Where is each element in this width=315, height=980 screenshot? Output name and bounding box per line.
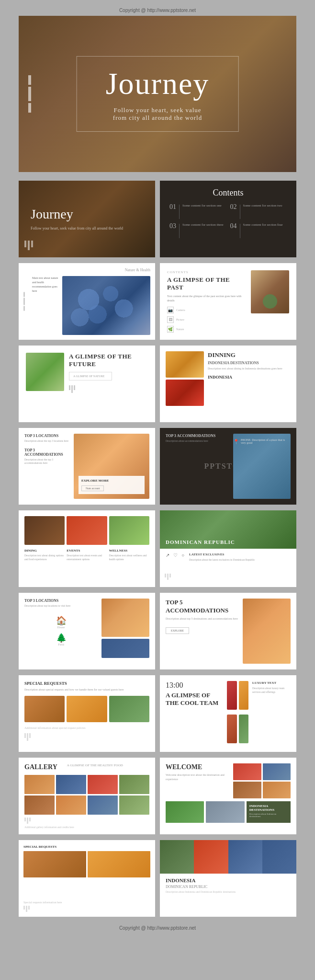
dom-right: LATEST EXCLUSIVES Description about the … <box>189 553 291 583</box>
din-right: DINNING INDONESIA DESTINATIONS Descripti… <box>208 351 291 416</box>
indonesia-slide: INDONESIA DOMINICAN REPUBLIC Description… <box>160 840 296 917</box>
welcome-title: WELCOME <box>166 763 229 771</box>
sp-small-image-2 <box>88 851 150 877</box>
t3-btn[interactable]: Num account <box>81 485 104 491</box>
dom-exclusive: LATEST EXCLUSIVES <box>189 553 291 556</box>
dom-image: DOMINICAN REPUBLIC <box>160 510 296 549</box>
ct-image-3 <box>227 715 237 743</box>
din-title: DINNING <box>208 351 291 359</box>
t5-right <box>243 599 291 664</box>
nature-image <box>62 276 150 335</box>
sp-small-deco-bar-3 <box>28 906 30 910</box>
house-icon: 🏠 <box>24 615 98 626</box>
contents-num-3: 03 <box>169 223 176 230</box>
slides-row-7: SPECIAL REQUESTS Description about speci… <box>0 675 315 752</box>
dew-events-title: EVENTS <box>67 549 107 553</box>
t3v2-image2 <box>101 639 149 658</box>
ct-image-4 <box>239 715 249 743</box>
nature-deco <box>23 292 25 311</box>
indo-image-2 <box>194 840 228 874</box>
gp-tag: Contents <box>167 270 246 274</box>
pin-text: PHONE: Description of a place that is ve… <box>241 438 286 444</box>
t3-text2: Description about the top 3 accommodatio… <box>24 458 70 465</box>
slides-row-3: A GLIMPSE OF THE FUTURE A GLIMPSE OF NAT… <box>0 346 315 422</box>
contents-divider-1 <box>179 205 180 219</box>
gf-box: A GLIMPSE OF NATURE <box>69 372 112 380</box>
share-icon: ↗ <box>166 553 169 558</box>
welcome-box-title: INDONESIA DESTINATIONS <box>249 804 288 812</box>
top3-slide: TOP 3 LOCATIONS Description about the to… <box>19 428 155 505</box>
cool-team-slide: 13:00 A GLIMPSE OF THE COOL TEAM LUXURY … <box>160 675 296 752</box>
contents-text-1: Some content for section one <box>182 204 222 208</box>
special-image-3 <box>109 696 149 722</box>
sp-small-deco <box>23 906 150 912</box>
sp-small-slide: SPECIAL REQUESTS Special requests inform… <box>19 840 155 917</box>
dominican-slide: DOMINICAN REPUBLIC ↗ ♡ ○ LATEST EXCLUSIV… <box>160 510 296 587</box>
tree-icon: 🌲 <box>24 633 98 643</box>
t3d-right: 📍 PHONE: Description of a place that is … <box>233 434 291 499</box>
t5-sub: Description about top 5 destinations and… <box>166 617 239 621</box>
welcome-box-text: Description about Indonesia destinations <box>249 813 288 818</box>
t3v2-left: TOP 3 LOCATIONS Description about top lo… <box>24 599 98 664</box>
spd-3 <box>29 733 31 738</box>
contents-slide: Contents 01 Some content for section one… <box>160 181 296 257</box>
ct-image-2 <box>239 681 249 710</box>
gallery-subtitle: A GLIMPSE OF THE HEALTHY FOOD <box>67 763 149 768</box>
t3-left: TOP 3 LOCATIONS Description about the to… <box>24 434 70 499</box>
gf-deco <box>69 385 148 393</box>
hero-title-box: Journey Follow your heart, seek value fr… <box>77 56 239 132</box>
special-image-2 <box>67 696 107 722</box>
dom-deco <box>165 574 171 580</box>
din-image-bot <box>166 380 204 406</box>
t5-btn[interactable]: EXPLORE <box>166 627 189 634</box>
dew-dining-text: Description text about dining options an… <box>24 554 65 561</box>
slides-row-9: SPECIAL REQUESTS Special requests inform… <box>0 840 315 917</box>
gfd-3 <box>74 385 75 390</box>
t5-image <box>243 599 291 664</box>
special-subtext: Additional information about special req… <box>24 726 149 730</box>
blueberry-image <box>62 276 150 335</box>
indo-image-3 <box>228 840 262 874</box>
slides-row-1: Journey Follow your heart, seek value fr… <box>0 181 315 257</box>
welcome-images <box>233 763 291 798</box>
contents-item-1: 01 Some content for section one <box>169 204 226 219</box>
gallery-deco-bar-3 <box>29 818 31 821</box>
copyright-top: Copyright @ http://www.pptstore.net <box>0 5 315 16</box>
contents-title: Contents <box>169 188 287 198</box>
t3-text: Description about the top 3 locations he… <box>24 439 70 443</box>
contents-grid: 01 Some content for section one 02 Some … <box>169 204 287 238</box>
gp-icon-row-3: 🌿 Nature <box>167 326 246 333</box>
dom-text: Description about the latest exclusives … <box>189 558 291 562</box>
ct-images <box>227 681 248 746</box>
gallery-image-1 <box>24 775 55 794</box>
sp-small-deco-bar-2 <box>26 906 27 912</box>
dom-deco-bar-3 <box>169 574 171 577</box>
nature-icon: 🌿 <box>167 326 174 333</box>
indo-image-1 <box>160 840 194 874</box>
dew-wellness-title: WELLNESS <box>109 549 149 553</box>
gp-left: Contents A GLIMPSE OF THE PAST Text cont… <box>167 270 246 333</box>
dew-images <box>24 516 149 545</box>
camera-icon: 📷 <box>167 307 174 313</box>
gfd-2 <box>71 385 73 393</box>
dew-wellness-col: WELLNESS Description text about wellness… <box>109 549 149 561</box>
indo-bottom: INDONESIA DOMINICAN REPUBLIC Description… <box>160 874 296 917</box>
dark-journey-slide: Journey Follow your heart, seek value fr… <box>19 181 155 257</box>
welcome-slide: WELCOME Welcome description text about t… <box>160 758 296 834</box>
nature-slide: Nature & Health Main text about nature a… <box>19 263 155 340</box>
gallery-footer: Additional gallery information and credi… <box>24 826 149 829</box>
indo-subtitle: DOMINICAN REPUBLIC <box>166 885 291 889</box>
gp-icon-text-1: Camera <box>176 309 185 311</box>
contents-num-2: 02 <box>230 204 237 210</box>
t3-explore: EXPLORE MORE <box>81 479 142 483</box>
sp-small-image-1 <box>23 851 86 877</box>
hero-title: Journey <box>106 66 210 102</box>
dark-subtitle: Follow your heart, seek value from city … <box>31 226 143 231</box>
t3v2-image <box>101 599 149 637</box>
top3-dark-slide: PPTSTORE TOP 3 ACCOMMODATIONS Descriptio… <box>160 428 296 505</box>
t3v2-title: TOP 3 LOCATIONS <box>24 599 98 603</box>
dew-events-col: EVENTS Description text about events and… <box>67 549 107 561</box>
t5-title: TOP 5 ACCOMMODATIONS <box>166 599 239 615</box>
dinning-slide: DINNING INDONESIA DESTINATIONS Descripti… <box>160 346 296 422</box>
special-slide: SPECIAL REQUESTS Description about speci… <box>19 675 155 752</box>
